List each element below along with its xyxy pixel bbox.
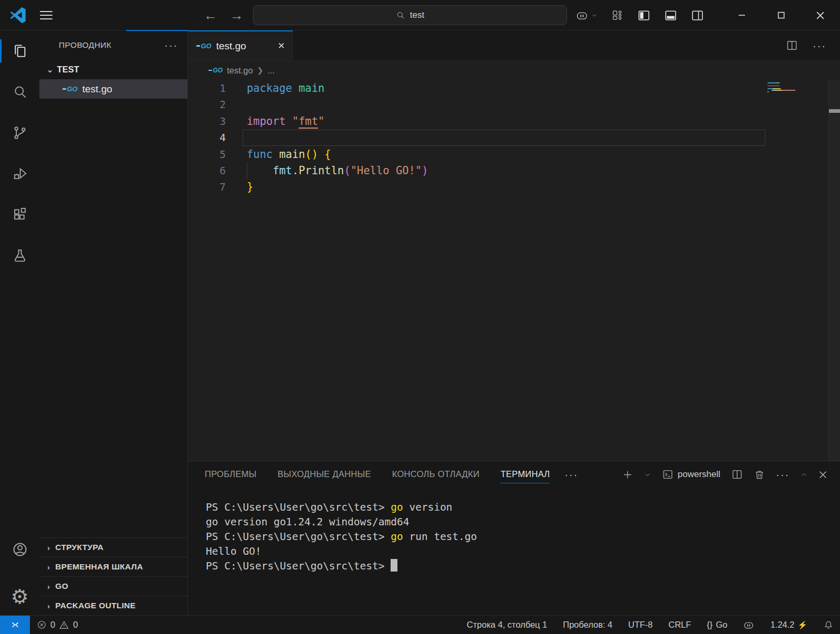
section-timeline[interactable]: › ВРЕМЕННАЯ ШКАЛА <box>39 557 187 576</box>
panel-tab-output[interactable]: ВЫХОДНЫЕ ДАННЫЕ <box>278 466 371 483</box>
go-file-icon: GO <box>62 85 78 93</box>
cursor-position[interactable]: Строка 4, столбец 1 <box>467 620 547 630</box>
file-row-test-go[interactable]: GO test.go <box>39 79 187 99</box>
breadcrumb-symbol[interactable]: ... <box>267 66 275 76</box>
close-panel-icon[interactable] <box>818 470 827 479</box>
activity-account[interactable] <box>0 529 39 570</box>
folder-row-test[interactable]: ⌄ TEST <box>39 60 187 79</box>
arrow-forward-icon[interactable]: → <box>230 8 244 22</box>
section-label: СТРУКТУРА <box>55 543 103 552</box>
copilot-icon <box>743 619 754 631</box>
sidebar-right-toggle-icon[interactable] <box>691 9 704 22</box>
extensions-icon <box>12 207 28 223</box>
menu-icon[interactable] <box>40 11 52 19</box>
panel-more-actions[interactable]: ··· <box>776 472 790 477</box>
activity-testing[interactable] <box>0 235 39 276</box>
go-env-status[interactable]: 1.24.2 ⚡ <box>770 620 807 630</box>
editor-more-actions[interactable]: ··· <box>813 44 826 48</box>
terminal-line: go version go1.24.2 windows/amd64 <box>206 515 840 530</box>
code-line[interactable]: 3import "fmt" <box>188 113 840 130</box>
explorer-more-actions[interactable]: ··· <box>164 43 178 47</box>
code-line[interactable]: 6 fmt.Println("Hello GO!") <box>188 163 840 179</box>
current-line-highlight <box>243 130 765 146</box>
command-center-search[interactable]: test <box>253 5 567 25</box>
activity-search[interactable] <box>0 71 39 112</box>
debug-icon <box>12 166 28 182</box>
panel-tabs-more[interactable]: ··· <box>564 472 578 477</box>
activity-bar: ⚙ <box>0 30 39 615</box>
section-go[interactable]: › GO <box>39 576 187 596</box>
line-number: 1 <box>188 80 226 97</box>
tab-close-icon[interactable]: ✕ <box>278 40 285 51</box>
layout-customize-icon[interactable] <box>611 9 624 22</box>
line-number: 3 <box>188 113 226 130</box>
chevron-up-icon[interactable] <box>801 471 807 478</box>
code-line[interactable]: 1package main <box>188 80 840 97</box>
go-file-icon: GO <box>208 67 223 74</box>
close-button[interactable] <box>801 0 840 30</box>
chevron-right-icon: › <box>47 543 50 552</box>
vscode-logo-icon <box>9 7 26 24</box>
terminal-line: PS C:\Users\User\go\src\test> go run tes… <box>206 530 840 544</box>
arrow-back-icon[interactable]: ← <box>204 8 217 22</box>
copilot-menu[interactable] <box>575 9 597 22</box>
title-bar: ← → test <box>0 0 840 30</box>
remote-icon <box>10 620 20 630</box>
problems-status[interactable]: 0 0 <box>37 620 78 630</box>
panel-tab-debug-console[interactable]: КОНСОЛЬ ОТЛАДКИ <box>392 466 480 483</box>
minimize-button[interactable] <box>722 0 761 30</box>
new-terminal-icon[interactable] <box>622 469 633 480</box>
section-outline[interactable]: › СТРУКТУРА <box>39 537 187 557</box>
indentation[interactable]: Пробелов: 4 <box>563 620 612 630</box>
search-icon <box>12 84 28 100</box>
overview-ruler[interactable] <box>828 80 840 461</box>
minimap[interactable] <box>768 82 802 92</box>
activity-explorer[interactable] <box>0 30 39 71</box>
tab-test-go[interactable]: GO test.go ✕ <box>188 30 293 60</box>
remote-indicator[interactable] <box>0 616 30 634</box>
terminal-line: PS C:\Users\User\go\src\test> go version <box>206 500 840 515</box>
copilot-status[interactable] <box>743 619 754 631</box>
code-line[interactable]: 2 <box>188 97 840 113</box>
status-bar: 0 0 Строка 4, столбец 1 Пробелов: 4 UTF-… <box>0 615 840 634</box>
activity-run-debug[interactable] <box>0 153 39 194</box>
eol-sequence[interactable]: CRLF <box>668 620 691 630</box>
language-mode[interactable]: {} Go <box>707 620 727 630</box>
encoding[interactable]: UTF-8 <box>628 620 653 630</box>
terminal-cursor <box>391 559 397 572</box>
code-line[interactable]: 7} <box>188 179 840 195</box>
panel-tab-problems[interactable]: ПРОБЛЕМЫ <box>205 466 257 483</box>
activity-source-control[interactable] <box>0 112 39 153</box>
notifications[interactable] <box>823 620 834 630</box>
activity-extensions[interactable] <box>0 194 39 235</box>
activity-settings[interactable]: ⚙ <box>0 578 39 615</box>
ruler-cursor-marker <box>829 109 840 113</box>
sidebar-left-toggle-icon[interactable] <box>637 9 650 22</box>
breadcrumb-file[interactable]: test.go <box>227 66 253 76</box>
code-editor[interactable]: 1package main23import "fmt"45func main()… <box>188 80 840 461</box>
split-editor-icon[interactable] <box>786 39 798 51</box>
braces-icon: {} <box>707 620 712 630</box>
error-count: 0 <box>50 620 55 630</box>
chevron-down-icon[interactable] <box>644 471 651 478</box>
sidebar-title: ПРОВОДНИК <box>59 40 164 50</box>
chevron-right-icon: › <box>47 563 50 572</box>
folder-label: TEST <box>57 65 79 75</box>
breadcrumb[interactable]: GO test.go ❯ ... <box>188 61 840 80</box>
line-number: 5 <box>188 146 226 163</box>
maximize-button[interactable] <box>761 0 801 30</box>
trash-icon[interactable] <box>754 469 765 480</box>
terminal-shell-item[interactable]: powershell <box>662 469 720 480</box>
copilot-icon <box>575 9 589 22</box>
error-icon <box>37 620 47 630</box>
split-terminal-icon[interactable] <box>731 469 743 480</box>
account-icon <box>12 541 28 558</box>
code-line[interactable]: 5func main() { <box>188 146 840 163</box>
panel-toggle-icon[interactable] <box>664 9 677 22</box>
panel-tab-terminal[interactable]: ТЕРМИНАЛ <box>500 466 550 483</box>
lightning-icon: ⚡ <box>797 620 807 630</box>
section-package-outline[interactable]: › PACKAGE OUTLINE <box>39 596 187 615</box>
file-label: test.go <box>82 83 112 95</box>
warning-count: 0 <box>73 620 78 630</box>
terminal[interactable]: PS C:\Users\User\go\src\test> go version… <box>188 488 840 574</box>
